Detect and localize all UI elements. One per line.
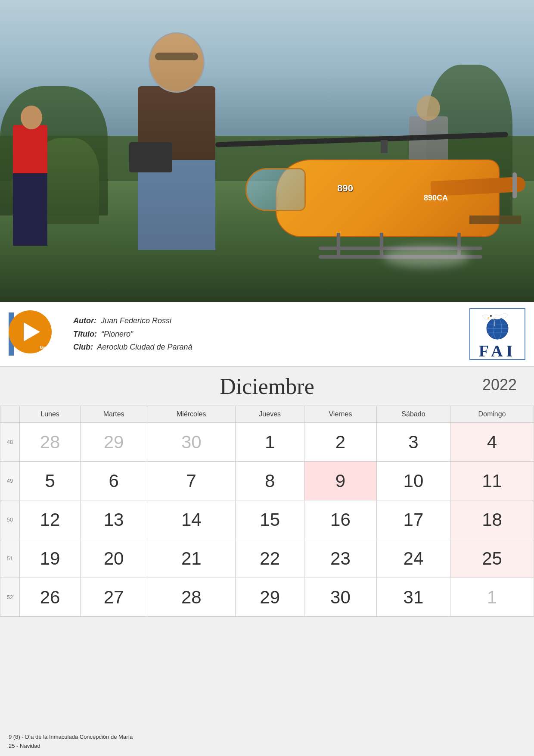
calendar-day: 14 — [147, 500, 236, 539]
glasses — [155, 53, 198, 60]
helicopter-body — [276, 159, 500, 237]
calendar-day: 17 — [376, 500, 450, 539]
calendar-day: 6 — [81, 462, 147, 500]
rotor-mast — [381, 140, 388, 153]
calendar-day: 26 — [20, 578, 81, 617]
calendar-day: 20 — [81, 539, 147, 578]
faa-logo-container: faa — [9, 308, 60, 360]
calendar-day: 27 — [81, 578, 147, 617]
calendar-day: 15 — [236, 500, 304, 539]
heli-number-2: 890CA — [424, 194, 448, 203]
note-2: 25 - Navidad — [9, 742, 525, 751]
calendar-day: 16 — [304, 500, 376, 539]
calendar-day: 1 — [450, 578, 534, 617]
fai-bird-icon — [474, 311, 521, 341]
author-value: Juan Federico Rossi — [101, 316, 171, 325]
club-value: Aeroclub Ciudad de Paraná — [97, 343, 192, 351]
calendar-day: 24 — [376, 539, 450, 578]
person-red-head — [21, 106, 42, 129]
title-label: Título: — [73, 330, 97, 338]
day-header-miercoles: Miércoles — [147, 406, 236, 423]
calendar-day: 13 — [81, 500, 147, 539]
day-header-martes: Martes — [81, 406, 147, 423]
fai-letters: FAI — [479, 341, 516, 360]
calendar-day: 2 — [304, 423, 376, 462]
day-header-sabado: Sábado — [376, 406, 450, 423]
week-number: 49 — [0, 462, 20, 500]
calendar-day: 29 — [236, 578, 304, 617]
title-line: Título: “Pionero” — [73, 328, 469, 341]
calendar-row: 522627282930311 — [0, 578, 534, 617]
faa-logo: faa — [9, 310, 52, 353]
calendar-day: 23 — [304, 539, 376, 578]
calendar-day: 11 — [450, 462, 534, 500]
author-label: Autor: — [73, 316, 96, 325]
calendar-day: 25 — [450, 539, 534, 578]
club-line: Club: Aeroclub Ciudad de Paraná — [73, 341, 469, 354]
calendar-day: 21 — [147, 539, 236, 578]
calendar-row: 49567891011 — [0, 462, 534, 500]
info-section: faa Autor: Juan Federico Rossi Título: “… — [0, 302, 534, 367]
calendar-row: 5119202122232425 — [0, 539, 534, 578]
week-number: 51 — [0, 539, 20, 578]
day-header-lunes: Lunes — [20, 406, 81, 423]
controller — [129, 142, 172, 172]
person-right-head — [416, 96, 440, 121]
author-line: Autor: Juan Federico Rossi — [73, 314, 469, 328]
faa-text: faa — [40, 345, 47, 350]
person-red — [13, 125, 47, 246]
calendar-section: Diciembre 2022 Lunes Martes Miércoles Ju… — [0, 367, 534, 728]
week-number: 52 — [0, 578, 20, 617]
calendar-day: 12 — [20, 500, 81, 539]
calendar-day: 22 — [236, 539, 304, 578]
calendar-day: 4 — [450, 423, 534, 462]
svg-point-5 — [489, 313, 495, 319]
calendar-day: 30 — [304, 578, 376, 617]
calendar-day: 30 — [147, 423, 236, 462]
week-header — [0, 406, 20, 423]
calendar-header: Diciembre 2022 — [0, 367, 534, 406]
calendar-day: 31 — [376, 578, 450, 617]
calendar-month: Diciembre — [220, 374, 314, 399]
person-main-head — [149, 32, 205, 93]
strut-2 — [380, 233, 383, 259]
svg-point-6 — [490, 315, 492, 317]
play-icon — [24, 322, 40, 341]
calendar-day: 19 — [20, 539, 81, 578]
day-header-jueves: Jueves — [236, 406, 304, 423]
calendar-day: 10 — [376, 462, 450, 500]
photo-section: 890 890CA — [0, 0, 534, 302]
calendar-day: 18 — [450, 500, 534, 539]
calendar-row: 482829301234 — [0, 423, 534, 462]
calendar-year: 2022 — [482, 376, 517, 394]
week-number: 48 — [0, 423, 20, 462]
calendar-day: 28 — [20, 423, 81, 462]
calendar-day: 3 — [376, 423, 450, 462]
dust — [383, 246, 469, 267]
strut-3 — [337, 233, 340, 259]
day-header-domingo: Domingo — [450, 406, 534, 423]
club-label: Club: — [73, 343, 93, 351]
calendar-day: 9 — [304, 462, 376, 500]
calendar-day: 28 — [147, 578, 236, 617]
title-value: “Pionero” — [101, 330, 133, 338]
photo-background: 890 890CA — [0, 0, 534, 302]
calendar-day: 29 — [81, 423, 147, 462]
calendar-day: 5 — [20, 462, 81, 500]
day-header-viernes: Viernes — [304, 406, 376, 423]
table-bg — [469, 216, 521, 224]
calendar-row: 5012131415161718 — [0, 500, 534, 539]
calendar-table: Lunes Martes Miércoles Jueves Viernes Sá… — [0, 406, 534, 617]
note-1: 9 (8) - Día de la Inmaculada Concepción … — [9, 733, 525, 742]
week-number: 50 — [0, 500, 20, 539]
calendar-day: 1 — [236, 423, 304, 462]
photo-info: Autor: Juan Federico Rossi Título: “Pion… — [69, 314, 469, 354]
calendar-day: 7 — [147, 462, 236, 500]
fai-logo: FAI — [469, 308, 525, 360]
notes-section: 9 (8) - Día de la Inmaculada Concepción … — [0, 728, 534, 756]
heli-number: 890 — [337, 183, 353, 194]
tail-rotor — [512, 172, 517, 198]
calendar-day: 8 — [236, 462, 304, 500]
cockpit — [245, 168, 306, 211]
